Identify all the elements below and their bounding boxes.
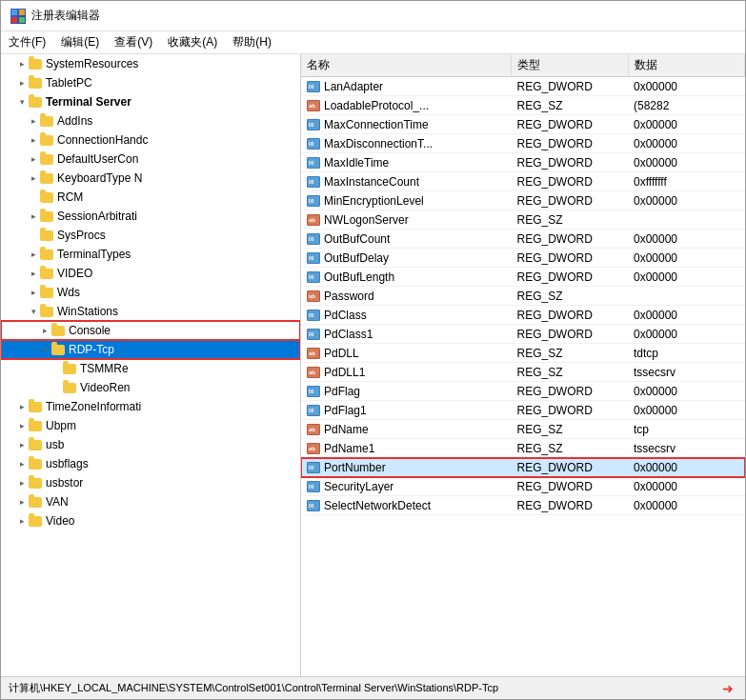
expand-icon-sysprocs[interactable] [28, 230, 39, 241]
expand-icon-videoren[interactable] [50, 382, 62, 393]
expand-icon-keyboardtypen[interactable]: ▸ [28, 172, 39, 184]
tree-label-winstations: WinStations [57, 305, 300, 318]
tree-item-timezoneinformati[interactable]: ▸TimeZoneInformati [1, 397, 300, 416]
svg-rect-0 [11, 10, 17, 15]
reg-data-text: 0x00000 [628, 401, 745, 420]
tree-item-terminalserver[interactable]: ▾Terminal Server [1, 92, 300, 111]
reg-type-text: REG_SZ [512, 363, 629, 382]
menu-view[interactable]: 查看(V) [107, 31, 160, 53]
tree-item-console[interactable]: ▸Console [1, 321, 300, 340]
tree-label-systemresources: SystemResources [46, 57, 300, 70]
tree-item-tsmmre[interactable]: TSMMRe [1, 359, 300, 378]
status-arrow-icon: ➜ [722, 681, 734, 696]
table-row-loadableprotocol[interactable]: LoadableProtocol_...REG_SZ(58282 [301, 96, 745, 115]
svg-rect-3 [19, 17, 25, 23]
table-row-maxidletime[interactable]: MaxIdleTimeREG_DWORD0x00000 [301, 153, 745, 172]
table-row-selectnetworkdetect[interactable]: SelectNetworkDetectREG_DWORD0x00000 [301, 496, 745, 515]
expand-icon-usbstor[interactable]: ▸ [16, 477, 28, 489]
table-row-pdname1[interactable]: PdName1REG_SZtssecsrv [301, 439, 745, 458]
status-bar: 计算机\HKEY_LOCAL_MACHINE\SYSTEM\ControlSet… [1, 676, 745, 699]
expand-icon-usbflags[interactable]: ▸ [16, 458, 28, 470]
table-row-outbufdelay[interactable]: OutBufDelayREG_DWORD0x00000 [301, 249, 745, 268]
expand-icon-rdp-tcp[interactable]: ▾ [39, 344, 50, 355]
expand-icon-timezoneinformati[interactable]: ▸ [16, 401, 28, 412]
tree-item-usb[interactable]: ▸usb [1, 435, 300, 454]
tree-item-sessionarbitrati[interactable]: ▸SessionArbitrati [1, 207, 300, 226]
tree-item-sysprocs[interactable]: SysProcs [1, 226, 300, 245]
expand-icon-systemresources[interactable]: ▸ [16, 58, 28, 70]
tree-item-videoren[interactable]: VideoRen [1, 378, 300, 397]
expand-icon-video2[interactable]: ▸ [16, 515, 28, 527]
expand-icon-addins[interactable]: ▸ [28, 115, 39, 127]
tree-item-ubpm[interactable]: ▸Ubpm [1, 416, 300, 435]
tree-item-addins[interactable]: ▸AddIns [1, 111, 300, 130]
expand-icon-wds[interactable]: ▸ [28, 287, 39, 298]
registry-table[interactable]: 名称 类型 数据 LanAdapterREG_DWORD0x00000Loada… [301, 54, 745, 676]
table-row-pdflag1[interactable]: PdFlag1REG_DWORD0x00000 [301, 401, 745, 420]
menu-edit[interactable]: 编辑(E) [53, 31, 107, 53]
tree-item-rcm[interactable]: RCM [1, 188, 300, 207]
table-row-lanadapter[interactable]: LanAdapterREG_DWORD0x00000 [301, 77, 745, 96]
tree-item-video[interactable]: ▸VIDEO [1, 264, 300, 283]
table-row-pddll[interactable]: PdDLLREG_SZtdtcp [301, 344, 745, 363]
table-row-pdclass[interactable]: PdClassREG_DWORD0x00000 [301, 306, 745, 325]
tree-label-video: VIDEO [57, 267, 300, 280]
expand-icon-terminaltypes[interactable]: ▸ [28, 249, 39, 260]
table-row-securitylayer[interactable]: SecurityLayerREG_DWORD0x00000 [301, 477, 745, 496]
tree-item-usbflags[interactable]: ▸usbflags [1, 454, 300, 473]
table-row-minencryptionlevel[interactable]: MinEncryptionLevelREG_DWORD0x00000 [301, 191, 745, 210]
table-row-outbuflength[interactable]: OutBufLengthREG_DWORD0x00000 [301, 268, 745, 287]
folder-icon-addins [39, 115, 54, 127]
folder-icon-systemresources [28, 58, 43, 70]
expand-icon-ubpm[interactable]: ▸ [16, 420, 28, 431]
table-row-pddll1[interactable]: PdDLL1REG_SZtssecsrv [301, 363, 745, 382]
table-row-pdname[interactable]: PdNameREG_SZtcp [301, 420, 745, 439]
tree-item-winstations[interactable]: ▾WinStations [1, 302, 300, 321]
menu-favorites[interactable]: 收藏夹(A) [160, 31, 225, 53]
expand-icon-winstations[interactable]: ▾ [28, 306, 39, 317]
table-row-pdflag[interactable]: PdFlagREG_DWORD0x00000 [301, 382, 745, 401]
tree-item-terminaltypes[interactable]: ▸TerminalTypes [1, 245, 300, 264]
expand-icon-rcm[interactable] [28, 191, 39, 203]
tree-label-terminaltypes: TerminalTypes [57, 248, 300, 261]
expand-icon-console[interactable]: ▸ [39, 325, 50, 336]
table-row-outbufcount[interactable]: OutBufCountREG_DWORD0x00000 [301, 230, 745, 249]
tree-item-rdp-tcp[interactable]: ▾RDP-Tcp [1, 340, 300, 359]
table-row-nwlogonserver[interactable]: NWLogonServerREG_SZ [301, 210, 745, 230]
expand-icon-video[interactable]: ▸ [28, 268, 39, 279]
table-row-portnumber[interactable]: PortNumberREG_DWORD0x00000 [301, 458, 745, 477]
expand-icon-van[interactable]: ▸ [16, 496, 28, 508]
reg-type-text: REG_DWORD [512, 191, 629, 210]
expand-icon-usb[interactable]: ▸ [16, 439, 28, 450]
tree-item-defaultusercon[interactable]: ▸DefaultUserCon [1, 150, 300, 169]
folder-icon-keyboardtypen [39, 172, 54, 184]
expand-icon-connectionhandc[interactable]: ▸ [28, 134, 39, 146]
folder-icon-terminaltypes [39, 249, 54, 260]
expand-icon-terminalserver[interactable]: ▾ [16, 96, 28, 108]
menu-file[interactable]: 文件(F) [1, 31, 53, 53]
expand-icon-tsmmre[interactable] [50, 363, 62, 374]
table-row-maxconnectiontime[interactable]: MaxConnectionTimeREG_DWORD0x00000 [301, 115, 745, 134]
table-row-pdclass1[interactable]: PdClass1REG_DWORD0x00000 [301, 325, 745, 344]
tree-item-tabletpc[interactable]: ▸TabletPC [1, 73, 300, 92]
tree-item-video2[interactable]: ▸Video [1, 511, 300, 530]
tree-item-van[interactable]: ▸VAN [1, 492, 300, 511]
tree-item-usbstor[interactable]: ▸usbstor [1, 473, 300, 492]
expand-icon-sessionarbitrati[interactable]: ▸ [28, 210, 39, 222]
tree-scroll[interactable]: ▸SystemResources▸TabletPC▾Terminal Serve… [1, 54, 300, 676]
tree-item-connectionhandc[interactable]: ▸ConnectionHandc [1, 130, 300, 150]
table-row-maxinstancecount[interactable]: MaxInstanceCountREG_DWORD0xfffffff [301, 172, 745, 191]
folder-icon-terminalserver [28, 96, 43, 108]
dword-icon [307, 271, 320, 283]
expand-icon-tabletpc[interactable]: ▸ [16, 77, 28, 89]
table-row-maxdisconnectiont[interactable]: MaxDisconnectionT...REG_DWORD0x00000 [301, 134, 745, 153]
menu-help[interactable]: 帮助(H) [225, 31, 279, 53]
expand-icon-defaultusercon[interactable]: ▸ [28, 153, 39, 165]
tree-item-keyboardtypen[interactable]: ▸KeyboardType N [1, 169, 300, 188]
reg-data-text: 0x00000 [628, 268, 745, 287]
reg-type-text: REG_DWORD [512, 134, 629, 153]
tree-item-wds[interactable]: ▸Wds [1, 283, 300, 302]
tree-item-systemresources[interactable]: ▸SystemResources [1, 54, 300, 73]
table-row-password[interactable]: PasswordREG_SZ [301, 287, 745, 306]
reg-data-text: (58282 [628, 96, 745, 115]
